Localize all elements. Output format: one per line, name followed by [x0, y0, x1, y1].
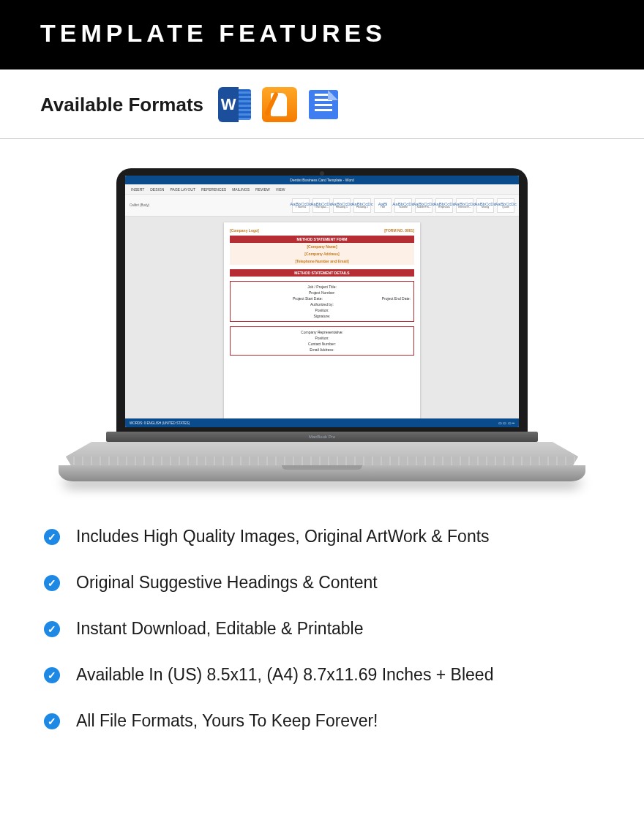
pages-icon — [262, 87, 297, 122]
word-app-window: Dentist Business Card Template - Word IN… — [125, 176, 519, 427]
window-title: Dentist Business Card Template - Word — [125, 176, 519, 184]
check-icon: ✓ — [44, 713, 60, 729]
laptop-screen: Dentist Business Card Template - Word IN… — [116, 168, 528, 432]
doc-form-no: [FORM NO. 0001] — [384, 228, 414, 233]
formats-row: Available Formats — [0, 70, 644, 139]
laptop-deck — [66, 442, 578, 457]
check-icon: ✓ — [44, 575, 60, 591]
ribbon-tab: INSERT — [131, 187, 144, 192]
check-icon: ✓ — [44, 529, 60, 545]
ribbon-tabs: INSERT DESIGN PAGE LAYOUT REFERENCES MAI… — [125, 184, 519, 195]
doc-logo-placeholder: [Company Logo] — [230, 228, 259, 233]
doc-header-band: METHOD STATEMENT FORM — [230, 236, 414, 243]
feature-text: Original Suggestive Headings & Content — [76, 573, 378, 593]
doc-phone-email: [Telephone Number and Email] — [230, 258, 414, 265]
laptop-hinge: MacBook Pro — [106, 432, 538, 442]
features-list: ✓ Includes High Quality Images, Original… — [0, 489, 644, 773]
feature-item: ✓ Includes High Quality Images, Original… — [44, 514, 600, 560]
ribbon-tab: VIEW — [276, 187, 285, 192]
check-icon: ✓ — [44, 621, 60, 637]
feature-text: Available In (US) 8.5x11, (A4) 8.7x11.69… — [76, 665, 493, 685]
header-bar: TEMPLATE FEATURES — [0, 0, 644, 70]
doc-details-band: METHOD STATEMENT DETAILS — [230, 269, 414, 277]
feature-item: ✓ Original Suggestive Headings & Content — [44, 560, 600, 606]
feature-text: Instant Download, Editable & Printable — [76, 619, 364, 639]
page-title: TEMPLATE FEATURES — [40, 19, 604, 48]
ribbon-tab: REFERENCES — [201, 187, 226, 192]
status-text: WORDS: 0 ENGLISH (UNITED STATES) — [130, 421, 190, 425]
feature-item: ✓ Available In (US) 8.5x11, (A4) 8.7x11.… — [44, 652, 600, 698]
doc-section-1: Job / Project Title: Project Number: Pro… — [230, 281, 414, 322]
check-icon: ✓ — [44, 667, 60, 683]
doc-company-name: [Company Name] — [230, 243, 414, 250]
feature-text: Includes High Quality Images, Original A… — [76, 527, 490, 546]
styles-gallery: AaBbCcDcT Normal AaBbCcDcT No Spac... Aa… — [292, 198, 514, 213]
feature-item: ✓ Instant Download, Editable & Printable — [44, 606, 600, 652]
laptop-mockup: Dentist Business Card Template - Word IN… — [0, 139, 644, 489]
status-bar: WORDS: 0 ENGLISH (UNITED STATES) ▭ ▭ ▭ ━ — [125, 418, 519, 427]
ribbon-tab: REVIEW — [255, 187, 270, 192]
document-page: [Company Logo] [FORM NO. 0001] METHOD ST… — [224, 222, 420, 427]
ribbon-body: Calibri (Body) AaBbCcDcT Normal AaBbCcDc… — [125, 195, 519, 217]
ribbon-tab: PAGE LAYOUT — [170, 187, 195, 192]
feature-item: ✓ All File Formats, Yours To Keep Foreve… — [44, 698, 600, 744]
feature-text: All File Formats, Yours To Keep Forever! — [76, 711, 378, 731]
doc-company-address: [Company Address] — [230, 250, 414, 258]
view-controls-icon: ▭ ▭ ▭ ━ — [498, 421, 514, 425]
laptop-base — [59, 465, 585, 481]
doc-section-2: Company Representative: Position: Contac… — [230, 326, 414, 356]
ribbon-tab: DESIGN — [150, 187, 164, 192]
formats-label: Available Formats — [40, 94, 203, 116]
format-icons — [218, 87, 341, 122]
laptop-keyboard — [66, 457, 578, 465]
google-docs-icon — [306, 87, 341, 122]
word-icon — [218, 87, 253, 122]
font-selector: Calibri (Body) — [130, 203, 149, 207]
ribbon-tab: MAILINGS — [232, 187, 250, 192]
